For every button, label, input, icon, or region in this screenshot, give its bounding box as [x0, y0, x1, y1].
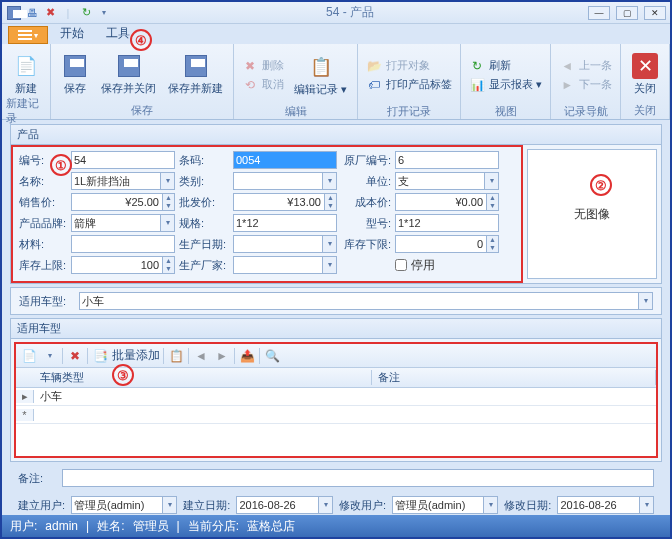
table-row[interactable]: ▸ 小车	[16, 388, 656, 406]
brand-input[interactable]	[71, 214, 161, 232]
cell-type[interactable]: 小车	[34, 389, 372, 404]
unit-label: 单位:	[341, 174, 391, 189]
close-window-button[interactable]: ✕	[644, 6, 666, 20]
status-branch-value: 蓝格总店	[247, 518, 295, 535]
mod-date-input[interactable]	[557, 496, 640, 514]
delete-button[interactable]: ✖删除	[238, 56, 288, 75]
stockup-input[interactable]	[71, 256, 163, 274]
mfr-dropdown-icon[interactable]: ▾	[323, 256, 337, 274]
status-name-label: 姓名:	[97, 518, 124, 535]
create-user-dropdown-icon[interactable]: ▾	[163, 496, 177, 514]
stocklow-spinner[interactable]: ▲▼	[487, 235, 499, 253]
cat-dropdown-icon[interactable]: ▾	[323, 172, 337, 190]
save-button[interactable]: 保存	[55, 46, 95, 103]
tool-delete-icon[interactable]: ✖	[66, 347, 84, 365]
tool-prev-icon[interactable]: ◄	[192, 347, 210, 365]
refresh-button[interactable]: ↻刷新	[465, 56, 546, 75]
create-date-dropdown-icon[interactable]: ▾	[319, 496, 333, 514]
orig-label: 原厂编号:	[341, 153, 391, 168]
qat-dropdown-icon[interactable]: ▾	[96, 5, 112, 21]
price-label: 销售价:	[19, 195, 67, 210]
quick-access-toolbar: 🖶 ✖ | ↻ ▾	[6, 5, 112, 21]
mod-user-dropdown-icon[interactable]: ▾	[484, 496, 498, 514]
name-label: 名称:	[19, 174, 67, 189]
apply-dropdown-icon[interactable]: ▾	[639, 292, 653, 310]
mfgdate-dropdown-icon[interactable]: ▾	[323, 235, 337, 253]
image-box[interactable]: 无图像	[527, 149, 657, 279]
whole-input[interactable]	[233, 193, 325, 211]
status-user-value: admin	[45, 519, 78, 533]
tool-copy-icon[interactable]: 📋	[167, 347, 185, 365]
barcode-input[interactable]	[233, 151, 337, 169]
tool-next-icon[interactable]: ►	[213, 347, 231, 365]
remark-row: 备注:	[10, 465, 662, 491]
group-nav: 记录导航	[564, 104, 608, 120]
create-date-input[interactable]	[236, 496, 319, 514]
tool-batch-label[interactable]: 批量添加	[112, 347, 160, 364]
product-panel: 产品 编号: 条码: 原厂编号: 名称: ▾ 类别: ▾ 单位: ▾ 销售价:	[10, 124, 662, 284]
cost-spinner[interactable]: ▲▼	[487, 193, 499, 211]
unit-dropdown-icon[interactable]: ▾	[485, 172, 499, 190]
unit-input[interactable]	[395, 172, 485, 190]
remark-input[interactable]	[62, 469, 654, 487]
price-spinner[interactable]: ▲▼	[163, 193, 175, 211]
audit-row: 建立用户: ▾ 建立日期: ▾ 修改用户: ▾ 修改日期: ▾	[10, 494, 662, 516]
mod-user-input[interactable]	[392, 496, 484, 514]
print-label-button[interactable]: 🏷打印产品标签	[362, 75, 456, 94]
grid-col-remark[interactable]: 备注	[372, 370, 656, 385]
tab-tools[interactable]: 工具	[96, 23, 140, 44]
tool-batch-icon[interactable]: 📑	[91, 347, 109, 365]
new-button[interactable]: 📄新建	[6, 46, 46, 103]
mod-date-label: 修改日期:	[504, 498, 551, 513]
row-indicator-icon: ▸	[16, 390, 34, 403]
minimize-button[interactable]: —	[588, 6, 610, 20]
name-dropdown-icon[interactable]: ▾	[161, 172, 175, 190]
material-label: 材料:	[19, 237, 67, 252]
tool-export-icon[interactable]: 📤	[238, 347, 256, 365]
mod-date-dropdown-icon[interactable]: ▾	[640, 496, 654, 514]
table-row-new[interactable]: *	[16, 406, 656, 424]
maximize-button[interactable]: ▢	[616, 6, 638, 20]
qat-undo-icon[interactable]: ✖	[42, 5, 58, 21]
apply-label: 适用车型:	[19, 294, 75, 309]
save-new-button[interactable]: 保存并新建	[162, 46, 229, 103]
edit-record-button[interactable]: 📋编辑记录 ▾	[288, 46, 353, 104]
cost-input[interactable]	[395, 193, 487, 211]
prev-button[interactable]: ◄上一条	[555, 56, 616, 75]
brand-dropdown-icon[interactable]: ▾	[161, 214, 175, 232]
status-branch-label: 当前分店:	[188, 518, 239, 535]
open-object-button[interactable]: 📂打开对象	[362, 56, 456, 75]
price-input[interactable]	[71, 193, 163, 211]
spec-input[interactable]	[233, 214, 337, 232]
new-row-indicator-icon: *	[16, 409, 34, 421]
qat-refresh-icon[interactable]: ↻	[78, 5, 94, 21]
name-input[interactable]	[71, 172, 161, 190]
qat-save-icon[interactable]	[6, 5, 22, 21]
cancel-button[interactable]: ⟲取消	[238, 75, 288, 94]
tool-new-icon[interactable]: 📄	[20, 347, 38, 365]
close-button[interactable]: ✕关闭	[625, 46, 665, 103]
save-close-button[interactable]: 保存并关闭	[95, 46, 162, 103]
stocklow-input[interactable]	[395, 235, 487, 253]
code-input[interactable]	[71, 151, 175, 169]
stockup-spinner[interactable]: ▲▼	[163, 256, 175, 274]
tab-start[interactable]: 开始	[50, 23, 94, 44]
show-report-button[interactable]: 📊显示报表 ▾	[465, 75, 546, 94]
apply-input[interactable]	[79, 292, 639, 310]
whole-spinner[interactable]: ▲▼	[325, 193, 337, 211]
material-input[interactable]	[71, 235, 175, 253]
vehicle-panel-header: 适用车型	[11, 319, 661, 339]
cat-input[interactable]	[233, 172, 323, 190]
next-button[interactable]: ►下一条	[555, 75, 616, 94]
mfr-input[interactable]	[233, 256, 323, 274]
file-tab[interactable]: ▾	[8, 26, 48, 44]
create-user-input[interactable]	[71, 496, 163, 514]
grid-col-type[interactable]: 车辆类型	[34, 370, 372, 385]
disabled-label: 停用	[411, 257, 435, 274]
tool-search-icon[interactable]: 🔍	[263, 347, 281, 365]
disabled-checkbox[interactable]	[395, 259, 407, 271]
mfgdate-input[interactable]	[233, 235, 323, 253]
orig-input[interactable]	[395, 151, 499, 169]
tool-dropdown-icon[interactable]: ▾	[41, 347, 59, 365]
model-input[interactable]	[395, 214, 499, 232]
